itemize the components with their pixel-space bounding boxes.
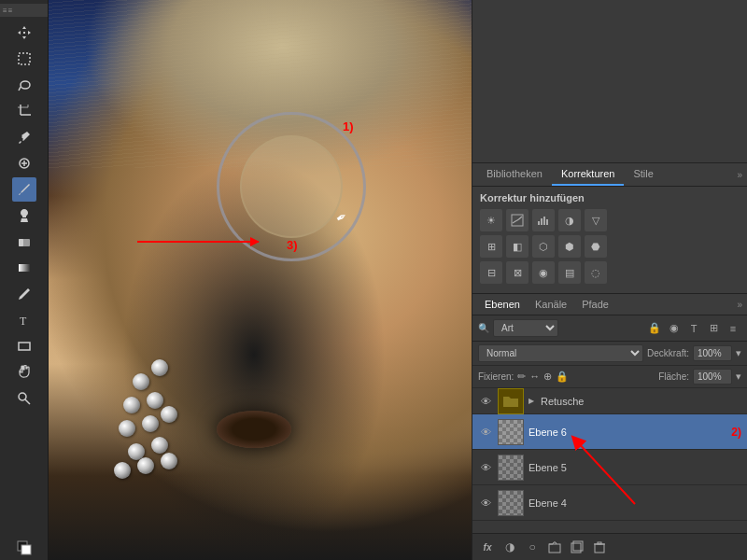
vibrance-icon[interactable]: ◑	[558, 209, 581, 231]
flache-input[interactable]	[693, 369, 732, 385]
fix-label: Fixieren:	[478, 371, 514, 382]
heal-tool-btn[interactable]	[12, 151, 36, 175]
layer-panel-collapse-btn[interactable]: »	[737, 300, 742, 310]
pearl-9	[151, 437, 168, 454]
svg-rect-15	[19, 343, 30, 350]
filter-toggle-icon[interactable]: ≡	[725, 320, 741, 337]
blackwhite-icon[interactable]: ◧	[506, 235, 529, 258]
blend-mode-select[interactable]: Normal	[478, 344, 643, 362]
svg-rect-23	[543, 217, 545, 225]
layer-ebene4[interactable]: 👁 Ebene 4	[472, 485, 747, 521]
layer-name-ebene5: Ebene 5	[529, 462, 741, 473]
gradient-map-icon[interactable]: ▤	[558, 261, 581, 284]
blend-mode-row: Normal Deckkraft: ▾	[472, 342, 747, 366]
layer-retusche[interactable]: 👁 ▶ Retusche	[472, 388, 747, 414]
invert-icon[interactable]: ⊟	[480, 261, 502, 284]
new-layer-btn[interactable]	[568, 538, 586, 556]
thumb-ebene6	[498, 419, 524, 445]
filter-circle-icon[interactable]: ◉	[666, 320, 683, 337]
tab-pfade[interactable]: Pfade	[574, 294, 616, 315]
svg-line-17	[25, 399, 30, 404]
fix-move-icon[interactable]: ↔	[529, 371, 540, 383]
fx-button[interactable]: fx	[478, 538, 497, 556]
chanmix-icon[interactable]: ⬢	[558, 235, 581, 258]
eye	[217, 411, 291, 448]
layer-name-ebene4: Ebene 4	[529, 497, 741, 509]
pearl-jewelry	[105, 317, 198, 504]
left-toolbar: ≡≡ T	[0, 0, 49, 560]
tab-stile[interactable]: Stile	[624, 163, 662, 186]
top-panel-tabs: Bibliotheken Korrekturen Stile »	[472, 163, 747, 187]
eye-retusche[interactable]: 👁	[478, 394, 493, 409]
stamp-tool-btn[interactable]	[12, 203, 36, 228]
layer-panel-tabs: Ebenen Kanäle Pfade »	[472, 294, 747, 315]
thumb-retusche	[498, 388, 524, 414]
fg-color-btn[interactable]	[12, 536, 36, 560]
photofilter-icon[interactable]: ⬡	[532, 235, 555, 258]
flache-label: Fläche:	[658, 371, 689, 382]
fix-pen-icon[interactable]: ✏	[517, 371, 526, 383]
shape-tool-btn[interactable]	[12, 334, 36, 358]
move-tool-btn[interactable]	[12, 21, 36, 45]
eyedropper-tool-btn[interactable]	[12, 125, 36, 149]
layer-filter-select[interactable]: Art	[493, 319, 558, 337]
posterize-icon[interactable]: ⊠	[506, 261, 529, 284]
pearl-6	[142, 415, 159, 432]
zoom-tool-btn[interactable]	[12, 386, 36, 411]
adjustment-layer-btn[interactable]: ◑	[500, 538, 519, 556]
selective-color-icon[interactable]: ◌	[585, 261, 607, 284]
layer-filter-icons: 🔒 ◉ T ⊞ ≡	[646, 320, 741, 337]
lasso-tool-btn[interactable]	[12, 73, 36, 97]
fix-row: Fixieren: ✏ ↔ ⊕ 🔒 Fläche: ▾	[472, 366, 747, 388]
curves-icon[interactable]	[506, 209, 529, 231]
flache-arrow-icon[interactable]: ▾	[736, 371, 741, 383]
colorbalance-icon[interactable]: ⊞	[480, 235, 502, 258]
gradient-tool-btn[interactable]	[12, 256, 36, 280]
colorlookup-icon[interactable]: ⬣	[585, 235, 607, 258]
eraser-tool-btn[interactable]	[12, 230, 36, 254]
filter-lock-icon[interactable]: 🔒	[646, 320, 663, 337]
brush-tool-btn[interactable]	[12, 177, 36, 202]
svg-line-3	[19, 87, 21, 91]
fix-lock-icon[interactable]: 🔒	[556, 371, 569, 383]
filter-shape-icon[interactable]: ⊞	[705, 320, 722, 337]
opacity-arrow-icon[interactable]: ▾	[736, 347, 741, 359]
hand-tool-btn[interactable]	[12, 360, 36, 385]
fix-all-icon[interactable]: ⊕	[543, 371, 552, 383]
svg-rect-25	[549, 544, 560, 553]
pearl-10	[114, 462, 131, 479]
layer-ebene6[interactable]: 👁 Ebene 6 2)	[472, 414, 747, 450]
eye-ebene6[interactable]: 👁	[478, 425, 493, 440]
threshold-icon[interactable]: ◉	[532, 261, 555, 284]
tab-kanaele[interactable]: Kanäle	[528, 294, 574, 315]
filter-text-icon[interactable]: T	[685, 320, 702, 337]
layers-list: 👁 ▶ Retusche 👁 Ebene 6 2) 👁 Ebene 5 👁 Eb…	[472, 388, 747, 533]
tab-korrekturen[interactable]: Korrekturen	[552, 163, 624, 186]
opacity-input[interactable]	[693, 345, 732, 361]
group-layers-btn[interactable]	[545, 538, 564, 556]
svg-rect-19	[21, 545, 31, 554]
korrekturen-panel: Korrektur hinzufügen ☀ ◑ ▽ ⊞ ◧ ⬡ ⬢ ⬣ ⊟	[472, 187, 747, 294]
pearl-5	[119, 420, 135, 437]
pearl-3	[123, 397, 140, 413]
eye-ebene5[interactable]: 👁	[478, 460, 493, 475]
panel-collapse-btn[interactable]: »	[737, 170, 742, 180]
marquee-tool-btn[interactable]	[12, 47, 36, 71]
delete-layer-btn[interactable]	[590, 538, 609, 556]
brightness-icon[interactable]: ☀	[480, 209, 502, 231]
svg-rect-28	[595, 544, 604, 553]
layer-mask-btn[interactable]: ○	[523, 538, 542, 556]
huesat-icon[interactable]: ▽	[585, 209, 607, 231]
tab-ebenen[interactable]: Ebenen	[477, 294, 528, 315]
pen-tool-btn[interactable]	[12, 282, 36, 306]
svg-rect-0	[23, 32, 25, 34]
korrekturen-icons-row-1: ☀ ◑ ▽	[480, 209, 740, 231]
levels-icon[interactable]	[532, 209, 555, 231]
text-tool-btn[interactable]: T	[12, 308, 36, 332]
group-expand-icon[interactable]: ▶	[529, 397, 534, 405]
arrow-3	[137, 241, 259, 243]
layer-ebene5[interactable]: 👁 Ebene 5	[472, 450, 747, 485]
eye-ebene4[interactable]: 👁	[478, 496, 493, 511]
tab-bibliotheken[interactable]: Bibliotheken	[477, 163, 552, 186]
crop-tool-btn[interactable]	[12, 99, 36, 123]
